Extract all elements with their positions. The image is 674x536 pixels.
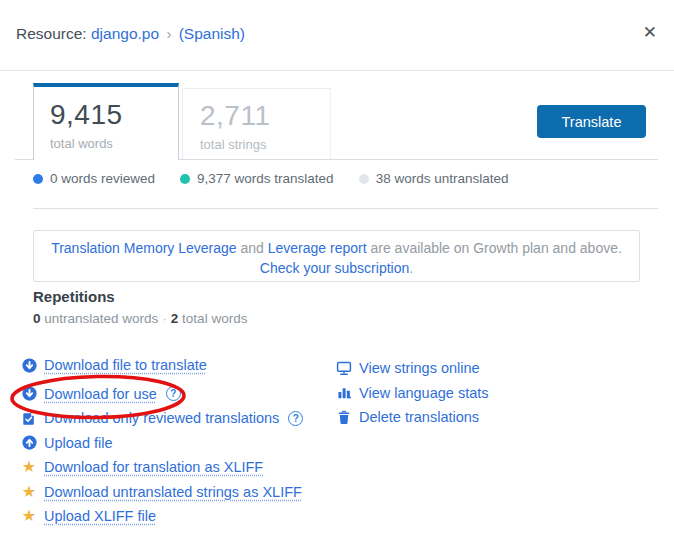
progress-legend: 0 words reviewed 9,377 words translated … bbox=[33, 171, 508, 186]
tm-leverage-link[interactable]: Translation Memory Leverage bbox=[51, 240, 236, 256]
translate-button[interactable]: Translate bbox=[537, 105, 646, 138]
action-label: Download file to translate bbox=[44, 357, 207, 373]
upload-file-link[interactable]: Upload file bbox=[21, 431, 303, 456]
download-file-to-translate-link[interactable]: Download file to translate bbox=[21, 353, 303, 378]
legend-item-translated: 9,377 words translated bbox=[180, 171, 334, 186]
star-icon: ★ bbox=[21, 459, 37, 475]
stat-label: total words bbox=[178, 311, 247, 326]
section-divider bbox=[33, 208, 658, 209]
view-strings-online-link[interactable]: View strings online bbox=[336, 356, 489, 381]
download-translation-xliff-link[interactable]: ★ Download for translation as XLIFF bbox=[21, 455, 303, 480]
action-label: Download for use bbox=[44, 386, 157, 402]
view-actions-list: View strings online View language stats … bbox=[336, 356, 489, 430]
delete-translations-link[interactable]: Delete translations bbox=[336, 405, 489, 430]
title-prefix: Resource: bbox=[16, 25, 87, 42]
download-untranslated-xliff-link[interactable]: ★ Download untranslated strings as XLIFF bbox=[21, 480, 303, 505]
reviewed-dot-icon bbox=[33, 174, 43, 184]
stat-separator: · bbox=[158, 311, 171, 326]
language-link[interactable]: (Spanish) bbox=[179, 25, 245, 42]
legend-label: 9,377 words translated bbox=[197, 171, 334, 186]
total-words-value: 9,415 bbox=[50, 99, 178, 131]
legend-label: 38 words untranslated bbox=[376, 171, 509, 186]
view-language-stats-link[interactable]: View language stats bbox=[336, 381, 489, 406]
legend-label: 0 words reviewed bbox=[50, 171, 155, 186]
tab-total-strings[interactable]: 2,711 total strings bbox=[182, 88, 331, 159]
action-label: Upload file bbox=[44, 435, 113, 451]
action-label: Download only reviewed translations bbox=[44, 410, 279, 426]
document-check-icon bbox=[21, 410, 37, 426]
download-reviewed-translations-link[interactable]: Download only reviewed translations ? bbox=[21, 406, 303, 431]
plan-notice-box: Translation Memory Leverage and Leverage… bbox=[33, 230, 640, 282]
untranslated-words-count: 0 bbox=[33, 311, 41, 326]
total-strings-label: total strings bbox=[200, 137, 330, 152]
untranslated-dot-icon bbox=[359, 174, 369, 184]
bar-chart-icon bbox=[336, 385, 352, 401]
action-label: Upload XLIFF file bbox=[44, 508, 156, 524]
monitor-icon bbox=[336, 360, 352, 376]
header-divider bbox=[0, 70, 674, 71]
star-icon: ★ bbox=[21, 484, 37, 500]
total-words-label: total words bbox=[50, 136, 178, 151]
repetitions-stats: 0 untranslated words·2 total words bbox=[33, 311, 247, 326]
action-label: View strings online bbox=[359, 360, 480, 376]
action-label: Delete translations bbox=[359, 409, 479, 425]
legend-item-untranslated: 38 words untranslated bbox=[359, 171, 509, 186]
file-actions-list: Download file to translate Download for … bbox=[21, 353, 303, 529]
notice-text: . bbox=[409, 260, 413, 276]
repetitions-heading: Repetitions bbox=[33, 288, 115, 305]
download-for-use-link[interactable]: Download for use ? bbox=[21, 382, 303, 407]
action-label: View language stats bbox=[359, 385, 489, 401]
tab-total-words[interactable]: 9,415 total words bbox=[33, 83, 179, 160]
resource-name-link[interactable]: django.po bbox=[91, 25, 159, 42]
upload-circle-icon bbox=[21, 435, 37, 451]
upload-xliff-link[interactable]: ★ Upload XLIFF file bbox=[21, 504, 303, 529]
notice-text: are available on Growth plan and above. bbox=[367, 240, 622, 256]
help-icon[interactable]: ? bbox=[166, 386, 181, 401]
legend-item-reviewed: 0 words reviewed bbox=[33, 171, 155, 186]
download-circle-icon bbox=[21, 357, 37, 373]
trash-icon bbox=[336, 409, 352, 425]
help-icon[interactable]: ? bbox=[288, 411, 303, 426]
translated-dot-icon bbox=[180, 174, 190, 184]
leverage-report-link[interactable]: Leverage report bbox=[268, 240, 367, 256]
resource-details-modal: Resource: django.po › (Spanish) ✕ 9,415 … bbox=[0, 0, 674, 536]
total-strings-value: 2,711 bbox=[200, 100, 330, 132]
action-label: Download for translation as XLIFF bbox=[44, 459, 263, 475]
stat-label: untranslated words bbox=[41, 311, 159, 326]
chevron-right-icon: › bbox=[163, 25, 174, 42]
star-icon: ★ bbox=[21, 508, 37, 524]
download-circle-icon bbox=[21, 386, 37, 402]
action-label: Download untranslated strings as XLIFF bbox=[44, 484, 302, 500]
close-icon[interactable]: ✕ bbox=[643, 24, 657, 41]
check-subscription-link[interactable]: Check your subscription bbox=[260, 260, 409, 276]
notice-text: and bbox=[237, 240, 268, 256]
modal-title: Resource: django.po › (Spanish) bbox=[16, 25, 245, 43]
